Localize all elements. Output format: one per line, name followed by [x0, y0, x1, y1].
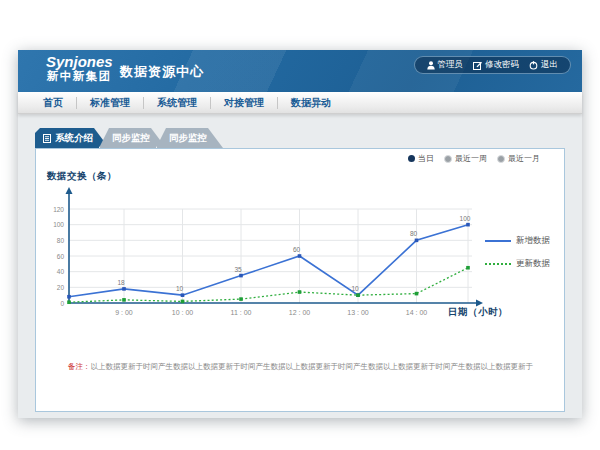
page-title: 数据资源中心	[120, 63, 204, 81]
document-icon	[43, 134, 51, 143]
app-window: Synjones 新中新集团 数据资源中心 管理员 修改密码 退出 首页 标准管…	[18, 50, 582, 418]
footnote: 备注：以上数据更新于时间产生数据以上数据更新于时间产生数据以上数据更新于时间产生…	[68, 362, 533, 372]
svg-text:10: 10	[351, 285, 359, 292]
nav-item-system-mgmt[interactable]: 系统管理	[144, 96, 210, 110]
brand-subname: 新中新集团	[46, 70, 113, 83]
tab-system-intro[interactable]: 系统介绍	[35, 128, 109, 148]
chart-legend: 新增数据 更新数据	[485, 235, 550, 270]
svg-text:100: 100	[460, 215, 471, 222]
svg-text:10 : 00: 10 : 00	[172, 309, 194, 316]
tab-sync-monitor-1[interactable]: 同步监控	[99, 128, 166, 148]
x-axis-label: 日期（小时）	[448, 306, 508, 319]
tab-bar: 系统介绍 同步监控 同步监控	[35, 128, 223, 148]
svg-text:20: 20	[57, 284, 65, 291]
user-icon	[427, 61, 435, 70]
radio-last-month[interactable]: 最近一月	[497, 153, 540, 164]
main-nav: 首页 标准管理 系统管理 对接管理 数据异动	[18, 92, 582, 114]
brand-logo: Synjones 新中新集团	[46, 54, 113, 83]
footnote-label: 备注：	[68, 362, 91, 371]
app-header: Synjones 新中新集团 数据资源中心 管理员 修改密码 退出	[18, 50, 582, 92]
legend-item-new-data: 新增数据	[485, 235, 550, 247]
edit-icon	[473, 61, 482, 70]
footnote-text: 以上数据更新于时间产生数据以上数据更新于时间产生数据以上数据更新于时间产生数据以…	[91, 362, 534, 371]
svg-text:35: 35	[234, 266, 242, 273]
svg-text:18: 18	[117, 279, 125, 286]
svg-text:100: 100	[53, 221, 64, 228]
nav-item-home[interactable]: 首页	[30, 96, 76, 110]
logout-button[interactable]: 退出	[524, 59, 563, 71]
power-icon	[529, 61, 538, 70]
legend-swatch-dotted-line	[485, 263, 511, 265]
user-menu[interactable]: 管理员	[422, 59, 469, 71]
svg-text:10: 10	[176, 285, 184, 292]
svg-text:60: 60	[293, 246, 301, 253]
change-password-button[interactable]: 修改密码	[468, 59, 524, 71]
svg-text:40: 40	[57, 268, 65, 275]
svg-text:80: 80	[410, 230, 418, 237]
radio-dot	[497, 155, 505, 163]
y-axis-label: 数据交换（条）	[47, 170, 117, 183]
nav-item-interface-mgmt[interactable]: 对接管理	[211, 96, 277, 110]
svg-text:0: 0	[60, 300, 64, 307]
legend-swatch-solid-line	[485, 240, 511, 242]
nav-item-standard-mgmt[interactable]: 标准管理	[77, 96, 143, 110]
time-range-filters: 当日 最近一周 最近一月	[408, 153, 540, 164]
svg-text:80: 80	[57, 237, 65, 244]
chart-panel: 0204060801001209 : 0010 : 0011 : 0012 : …	[35, 148, 565, 412]
svg-text:60: 60	[57, 253, 65, 260]
nav-item-data-change[interactable]: 数据异动	[278, 96, 344, 110]
legend-item-updated-data: 更新数据	[485, 258, 550, 270]
svg-text:13 : 00: 13 : 00	[347, 309, 369, 316]
svg-text:14 : 00: 14 : 00	[406, 309, 428, 316]
radio-dot	[444, 155, 452, 163]
radio-last-week[interactable]: 最近一周	[444, 153, 487, 164]
svg-text:120: 120	[53, 206, 64, 213]
radio-dot-selected	[408, 155, 415, 162]
tab-sync-monitor-2[interactable]: 同步监控	[156, 128, 223, 148]
brand-name: Synjones	[46, 54, 113, 70]
svg-text:9 : 00: 9 : 00	[115, 309, 133, 316]
radio-today[interactable]: 当日	[408, 153, 434, 164]
user-toolbar: 管理员 修改密码 退出	[414, 56, 572, 74]
svg-text:12 : 00: 12 : 00	[289, 309, 311, 316]
svg-text:11 : 00: 11 : 00	[231, 309, 252, 316]
